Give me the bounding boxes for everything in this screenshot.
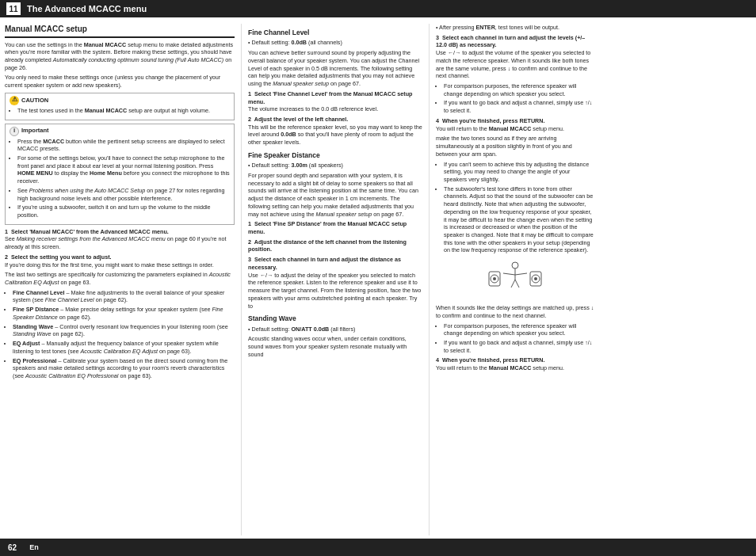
fsp-step3: 3 Select each channel in turn and adjust…	[248, 256, 422, 310]
matched-bullet-1: For comparison purposes, the reference s…	[444, 322, 594, 337]
rc-step4b: 4 When you're finished, press RETURN. Yo…	[436, 356, 594, 371]
chapter-number: 11	[6, 2, 21, 15]
mid-column: Fine Channel Level • Default setting: 0.…	[248, 24, 422, 535]
setting-eq-adjust: EQ Adjust – Manually adjust the frequenc…	[13, 340, 235, 355]
caution-box: ⚠ CAUTION The test tones used in the Man…	[5, 93, 235, 120]
section-title-manual-mcacc: Manual MCACC setup	[5, 24, 235, 38]
language-label: En	[29, 543, 39, 551]
last-two-note: The last two settings are specifically f…	[5, 271, 235, 286]
right-bullet-2: The subwoofer's test tone differs in ton…	[444, 185, 594, 254]
svg-point-5	[534, 277, 537, 280]
fsp-step2: 2 Adjust the distance of the left channe…	[248, 238, 422, 253]
svg-line-11	[515, 280, 519, 288]
svg-point-2	[493, 277, 496, 280]
important-item-3: See Problems when using the Auto MCACC S…	[17, 187, 230, 202]
important-item-2: For some of the settings below, you'll h…	[17, 154, 230, 185]
divider-2	[429, 24, 430, 535]
left-column: Manual MCACC setup You can use the setti…	[5, 24, 235, 535]
svg-line-8	[503, 273, 515, 275]
right-column: • After pressing ENTER, test tones will …	[436, 24, 594, 535]
fcl-step1: 1 Select 'Fine Channel Level' from the M…	[248, 90, 422, 113]
important-title: i Important	[10, 127, 230, 136]
header-bar: 11 The Advanced MCACC menu	[0, 0, 756, 17]
rc-step4: 4 When you're finished, press RETURN. Yo…	[436, 117, 594, 132]
divider-1	[241, 24, 242, 535]
rc-bullet-2: If you want to go back and adjust a chan…	[444, 99, 594, 114]
standing-wave-default: • Default setting: ON/ATT 0.0dB (all fil…	[248, 326, 422, 333]
standing-wave-title: Standing Wave	[248, 314, 422, 323]
caution-list: The test tones used in the Manual MCACC …	[17, 107, 230, 115]
right-bullet-1: If you can't seem to achieve this by adj…	[444, 161, 594, 184]
rc-step3: 3 Select each channel in turn and adjust…	[436, 34, 594, 80]
setting-fine-sp: Fine SP Distance – Make precise delay se…	[13, 306, 235, 321]
fine-sp-default: • Default setting: 3.00m (all speakers)	[248, 162, 422, 169]
after-enter: • After pressing ENTER, test tones will …	[436, 24, 594, 32]
step2: 2 Select the setting you want to adjust.…	[5, 253, 235, 268]
svg-point-6	[512, 262, 518, 268]
caution-item: The test tones used in the Manual MCACC …	[17, 107, 230, 115]
step1: 1 Select 'Manual MCACC' from the Advance…	[5, 228, 235, 251]
footer-bar: 62 En	[0, 539, 756, 556]
caution-title: ⚠ CAUTION	[10, 96, 230, 105]
setting-standing-wave: Standing Wave – Control overly resonant …	[13, 323, 235, 338]
matched-text: When it sounds like the delay settings a…	[436, 304, 594, 319]
fsp-step1: 1 Select 'Fine SP Distance' from the Man…	[248, 220, 422, 235]
fine-sp-body: For proper sound depth and separation wi…	[248, 172, 422, 218]
page-title: The Advanced MCACC menu	[27, 4, 147, 13]
rc-bullets: For comparison purposes, the reference s…	[444, 82, 594, 115]
intro-p2: You only need to make these settings onc…	[5, 74, 235, 89]
fine-channel-level-title: Fine Channel Level	[248, 29, 422, 37]
matched-bullets: For comparison purposes, the reference s…	[444, 322, 594, 355]
important-icon: i	[10, 127, 19, 136]
svg-line-9	[515, 273, 527, 275]
matched-bullet-2: If you want to go back and adjust a chan…	[444, 339, 594, 354]
fcl-step2: 2 Adjust the level of the left channel. …	[248, 116, 422, 147]
intro-p1: You can use the settings in the Manual M…	[5, 41, 235, 72]
fine-sp-distance-title: Fine Speaker Distance	[248, 151, 422, 160]
main-content: Manual MCACC setup You can use the setti…	[0, 17, 756, 539]
important-item-1: Press the MCACC button while the pertine…	[17, 138, 230, 153]
right-bullets: If you can't seem to achieve this by adj…	[444, 161, 594, 255]
important-box: i Important Press the MCACC button while…	[5, 124, 235, 225]
fine-channel-default: • Default setting: 0.0dB (all channels)	[248, 39, 422, 47]
important-list: Press the MCACC button while the pertine…	[17, 138, 230, 219]
settings-list: Fine Channel Level – Make fine adjustmen…	[13, 289, 235, 380]
page-number: 62	[8, 543, 17, 552]
speaker-svg	[487, 257, 543, 301]
setting-eq-professional: EQ Professional – Calibrate your system …	[13, 357, 235, 380]
important-item-4: If you're using a subwoofer, switch it o…	[17, 204, 230, 219]
caution-icon: ⚠	[10, 96, 19, 105]
svg-line-10	[511, 280, 515, 288]
right-body-1: make the two tones sound as if they are …	[436, 135, 594, 158]
rc-bullet-1: For comparison purposes, the reference s…	[444, 82, 594, 97]
speaker-illustration	[436, 257, 594, 301]
standing-wave-body: Acoustic standing waves occur when, unde…	[248, 335, 422, 358]
setting-fine-channel: Fine Channel Level – Make fine adjustmen…	[13, 289, 235, 304]
fine-channel-body: You can achieve better surround sound by…	[248, 49, 422, 88]
